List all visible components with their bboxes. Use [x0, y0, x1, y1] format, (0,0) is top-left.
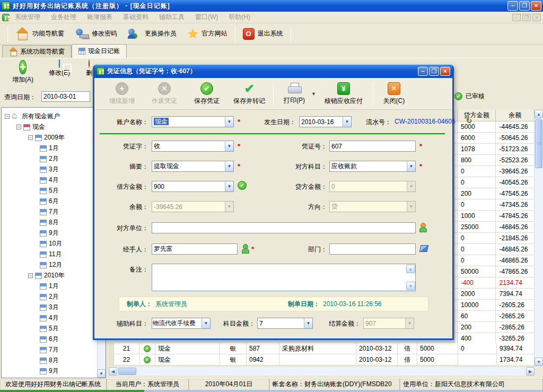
tree-node[interactable]: 4月 — [2, 175, 106, 185]
restore-button[interactable]: ❐ — [519, 1, 530, 11]
table-row[interactable]: 0 -47345.26 — [455, 199, 535, 211]
debit-amount-combo[interactable]: 900 ▼ — [152, 181, 234, 192]
tree-node[interactable]: 6月 — [2, 196, 106, 206]
menu-tools[interactable]: 辅助工具 — [154, 12, 190, 23]
close-voucher-button[interactable]: ✕ 关闭(C) — [377, 82, 411, 106]
table-row[interactable]: -400 2134.74 — [455, 277, 535, 289]
table-row[interactable]: 200 -47545.26 — [455, 188, 535, 199]
counterparty-input[interactable] — [152, 222, 416, 233]
tree-node[interactable]: − 现金 — [2, 121, 106, 132]
table-row[interactable]: 0 -46845.26 — [455, 244, 535, 255]
tree-node[interactable]: 9月 — [2, 365, 106, 376]
tab-nav-window[interactable]: 系统功能导航窗 — [2, 45, 72, 58]
tree-expander-icon[interactable]: − — [28, 135, 33, 140]
table-row[interactable]: 25000 -46845.26 — [455, 222, 535, 233]
tree-node[interactable]: − 2009年 — [2, 132, 106, 143]
tree-node[interactable]: − 2010年 — [2, 270, 106, 281]
table-row[interactable]: 800 -52523.26 — [455, 155, 535, 166]
tree-node[interactable]: 6月 — [2, 334, 106, 344]
voucher-word-combo[interactable]: 收 ▼ — [152, 141, 234, 152]
voucher-no-input[interactable] — [329, 141, 416, 152]
print-button[interactable]: 打印(P) — [277, 83, 311, 105]
remark-scrollbar[interactable]: ▲ ▼ — [406, 265, 415, 290]
scroll-down-icon[interactable]: ▼ — [406, 282, 415, 290]
remark-textarea[interactable] — [152, 264, 416, 291]
menu-help[interactable]: 帮助(H) — [223, 12, 256, 23]
table-row[interactable]: 21 ✔ 现金 银 587 采购原材料 2010-03-12 借 5000 0 … — [109, 343, 535, 354]
chevron-down-icon[interactable]: ▼ — [407, 161, 415, 171]
table-row[interactable]: 1078 -51723.26 — [455, 144, 535, 155]
tree-node[interactable]: 2月 — [2, 291, 106, 302]
print-dropdown-icon[interactable]: ▼ — [311, 91, 316, 97]
switch-operator-button[interactable]: 更换操作员 — [122, 25, 182, 42]
void-voucher-button[interactable]: ✕ 作废凭证 — [144, 82, 185, 106]
tree-node[interactable]: 7月 — [2, 206, 106, 217]
dialog-restore-button[interactable]: ❐ — [429, 67, 439, 76]
book-icon[interactable] — [419, 245, 429, 252]
grid-header-balance[interactable]: 余额 — [496, 110, 535, 121]
scroll-down-icon[interactable]: ▼ — [97, 369, 106, 378]
chevron-down-icon[interactable]: ▼ — [202, 318, 210, 328]
account-name-combo[interactable]: 现金 ▼ — [152, 116, 234, 127]
chevron-down-icon[interactable]: ▼ — [225, 161, 233, 171]
table-row[interactable]: 0 -39645.26 — [455, 166, 535, 177]
add-record-button[interactable]: + 增加(A) — [7, 60, 39, 84]
nav-window-button[interactable]: 功能导航窗 — [10, 26, 69, 42]
minimize-button[interactable]: – — [507, 1, 518, 11]
table-row[interactable]: 0 -40545.26 — [455, 177, 535, 188]
tree-node[interactable]: 10月 — [2, 238, 106, 249]
query-date-input[interactable] — [41, 91, 90, 102]
scrollbar-thumb[interactable] — [118, 368, 136, 375]
table-row[interactable]: 22 ✔ 现金 银 0942 2010-03-12 借 5000 1734.74 — [109, 354, 535, 365]
mdi-minimize-button[interactable]: – — [512, 14, 521, 21]
occur-date-combo[interactable]: 2010-03-16 ▼ — [299, 116, 352, 127]
tree-node[interactable]: 3月 — [2, 302, 106, 312]
menu-window[interactable]: 窗口(W) — [190, 12, 223, 23]
mdi-restore-button[interactable]: ❐ — [522, 14, 531, 21]
refresh-icon[interactable]: ↻ — [466, 116, 472, 125]
tree-node[interactable]: 4月 — [2, 312, 106, 323]
table-row[interactable]: 6000 -50645.26 — [455, 133, 535, 144]
menu-reports[interactable]: 账簿报表 — [82, 12, 118, 23]
tree-node[interactable]: 8月 — [2, 217, 106, 228]
official-website-button[interactable]: ★ 官方网站 — [182, 26, 233, 42]
menu-business[interactable]: 业务处理 — [46, 12, 82, 23]
menu-basedata[interactable]: 基础资料 — [118, 12, 154, 23]
mdi-close-button[interactable]: × — [532, 14, 541, 21]
edit-record-button[interactable]: 修改(E) — [43, 60, 75, 77]
grid-vertical-scrollbar[interactable]: ▲ ▼ — [535, 110, 543, 366]
menu-system[interactable]: 系统管理 — [10, 12, 46, 23]
tree-node[interactable]: 2月 — [2, 153, 106, 164]
table-row[interactable]: 0 -21845.26 — [455, 233, 535, 244]
tree-node[interactable]: 3月 — [2, 164, 106, 175]
save-and-transfer-button[interactable]: ✔ 保存并转记 — [229, 82, 269, 106]
grid-horizontal-scrollbar[interactable]: ◀ ▶ — [109, 367, 535, 376]
exit-system-button[interactable]: O 退出系统 — [238, 26, 288, 42]
subject-amount-combo[interactable]: 7 ▼ — [257, 318, 313, 329]
grid-header-credit[interactable]: 贷方金额 — [458, 110, 496, 121]
scroll-left-icon[interactable]: ◀ — [109, 367, 117, 376]
scroll-up-icon[interactable]: ▲ — [535, 110, 543, 118]
tree-node[interactable]: 11月 — [2, 249, 106, 259]
person-icon[interactable] — [241, 244, 249, 252]
chevron-down-icon[interactable]: ▼ — [343, 117, 351, 127]
dialog-close-button[interactable]: × — [440, 67, 450, 76]
scroll-down-icon[interactable]: ▼ — [535, 358, 543, 366]
table-row[interactable]: 400 -3265.26 — [455, 333, 535, 344]
writeoff-button[interactable]: ¥ 核销应收应付 — [318, 82, 369, 106]
continue-new-button[interactable]: + 继续新增 — [102, 82, 142, 106]
tree-node[interactable]: 5月 — [2, 185, 106, 196]
summary-combo[interactable]: 提取现金 ▼ — [152, 161, 234, 172]
table-row[interactable]: 10000 -2605.26 — [455, 300, 535, 311]
chevron-down-icon[interactable]: ▼ — [225, 181, 233, 191]
counter-subject-combo[interactable]: 应收账款 ▼ — [329, 161, 416, 172]
save-voucher-button[interactable]: ✔ 保存凭证 — [187, 82, 227, 106]
tree-expander-icon[interactable]: − — [5, 114, 10, 119]
person-pair-icon[interactable] — [419, 223, 426, 231]
chevron-down-icon[interactable]: ▼ — [225, 141, 233, 151]
tree-node[interactable]: 1月 — [2, 281, 106, 291]
scroll-up-icon[interactable]: ▲ — [406, 265, 415, 273]
dialog-minimize-button[interactable]: – — [418, 67, 428, 76]
tree-node[interactable]: 9月 — [2, 228, 106, 238]
table-row[interactable]: 1000 -47845.26 — [455, 211, 535, 222]
